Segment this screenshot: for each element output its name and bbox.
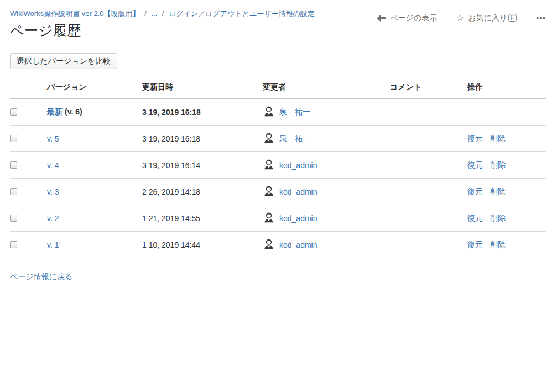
user-link[interactable]: 泉 祐一 bbox=[279, 107, 310, 117]
version-row: 最新(v. 6) 3 19, 2019 16:18 泉 祐一 bbox=[10, 99, 546, 126]
user-link[interactable]: kod_admin bbox=[279, 214, 317, 223]
version-row: v. 1 1 10, 2019 14:44 kod_admin 復元削除 bbox=[10, 232, 546, 258]
changed-by-cell: kod_admin bbox=[263, 205, 390, 232]
updated-at-cell: 2 26, 2019 14:18 bbox=[142, 179, 263, 205]
breadcrumb-separator: / bbox=[144, 9, 147, 18]
delete-link[interactable]: 削除 bbox=[490, 240, 506, 249]
version-row: v. 3 2 26, 2019 14:18 kod_admin 復元削除 bbox=[10, 179, 546, 205]
return-arrow-icon bbox=[377, 15, 386, 22]
version-link[interactable]: v. 3 bbox=[47, 187, 59, 196]
breadcrumb-space-link[interactable]: WikiWorks操作説明書 ver 2.0【改版用】 bbox=[10, 9, 140, 18]
updated-at-cell: 3 19, 2019 16:18 bbox=[142, 126, 263, 152]
version-row: v. 4 3 19, 2019 16:14 kod_admin 復元削除 bbox=[10, 152, 546, 179]
version-link[interactable]: v. 5 bbox=[47, 134, 59, 143]
page-title: ページ履歴 bbox=[10, 22, 547, 39]
version-cell: v. 3 bbox=[47, 179, 142, 205]
operations-cell: 復元削除 bbox=[467, 232, 546, 258]
delete-link[interactable]: 削除 bbox=[490, 213, 506, 222]
restore-link[interactable]: 復元 bbox=[467, 134, 483, 143]
operations-cell: 復元削除 bbox=[467, 179, 546, 205]
changed-by-cell: kod_admin bbox=[263, 152, 390, 179]
version-cell: v. 5 bbox=[47, 126, 142, 152]
favorite-label: お気に入り(F) bbox=[468, 13, 517, 23]
updated-at-cell: 1 21, 2019 14:55 bbox=[142, 205, 263, 232]
page-history-table: バージョン 更新日時 変更者 コメント 操作 最新(v. 6) 3 19, 20… bbox=[10, 79, 546, 258]
changed-by-cell: kod_admin bbox=[263, 232, 390, 258]
checkbox-cell bbox=[10, 99, 47, 126]
ellipsis-icon: ••• bbox=[536, 14, 546, 23]
version-cell: v. 1 bbox=[47, 232, 142, 258]
version-checkbox[interactable] bbox=[10, 215, 17, 222]
comment-cell bbox=[390, 126, 467, 152]
user-avatar-icon bbox=[263, 238, 275, 252]
version-link[interactable]: v. 1 bbox=[47, 241, 59, 249]
breadcrumb-parent-link[interactable]: ログイン／ログアウトとユーザー情報の設定 bbox=[169, 9, 315, 18]
breadcrumb-ellipsis-link[interactable]: ... bbox=[151, 9, 157, 18]
version-checkbox[interactable] bbox=[10, 161, 17, 169]
user-link[interactable]: kod_admin bbox=[279, 241, 317, 249]
restore-link[interactable]: 復元 bbox=[467, 187, 483, 196]
version-link[interactable]: 最新 bbox=[47, 107, 63, 116]
operations-cell: 復元削除 bbox=[467, 126, 546, 152]
delete-link[interactable]: 削除 bbox=[490, 160, 506, 169]
header-checkbox-spacer bbox=[10, 79, 47, 99]
checkbox-cell bbox=[10, 126, 47, 152]
user-avatar-icon bbox=[263, 105, 275, 119]
user-avatar-icon bbox=[263, 211, 275, 225]
updated-at-cell: 3 19, 2019 16:18 bbox=[142, 99, 263, 126]
breadcrumb-separator: / bbox=[162, 9, 164, 18]
user-avatar-icon bbox=[263, 158, 275, 172]
version-checkbox[interactable] bbox=[10, 241, 17, 248]
changed-by-cell: kod_admin bbox=[263, 179, 390, 205]
operations-cell bbox=[467, 99, 546, 126]
user-avatar-icon bbox=[263, 132, 275, 145]
comment-cell bbox=[390, 152, 467, 179]
compare-versions-button[interactable]: 選択したバージョンを比較 bbox=[10, 53, 117, 69]
checkbox-cell bbox=[10, 179, 47, 205]
delete-link[interactable]: 削除 bbox=[490, 187, 506, 196]
updated-at-cell: 3 19, 2019 16:14 bbox=[142, 152, 263, 179]
version-checkbox[interactable] bbox=[10, 188, 17, 195]
user-link[interactable]: kod_admin bbox=[279, 187, 317, 196]
operations-cell: 復元削除 bbox=[467, 152, 546, 179]
header-updated-at: 更新日時 bbox=[142, 79, 263, 99]
user-avatar-icon bbox=[263, 185, 275, 198]
version-suffix: (v. 6) bbox=[65, 107, 82, 116]
more-actions-button[interactable]: ••• bbox=[536, 14, 546, 23]
comment-cell bbox=[390, 232, 467, 258]
page-history-view: WikiWorks操作説明書 ver 2.0【改版用】 / ... / ログイン… bbox=[0, 0, 557, 282]
changed-by-cell: 泉 祐一 bbox=[263, 126, 390, 152]
user-link[interactable]: kod_admin bbox=[279, 161, 317, 170]
view-page-label: ページの表示 bbox=[390, 13, 437, 23]
favorite-button[interactable]: ☆ お気に入り(F) bbox=[456, 13, 517, 23]
version-checkbox[interactable] bbox=[10, 108, 17, 116]
version-link[interactable]: v. 4 bbox=[47, 161, 59, 170]
restore-link[interactable]: 復元 bbox=[467, 160, 483, 169]
version-checkbox[interactable] bbox=[10, 135, 17, 142]
favorite-access-key: F bbox=[510, 13, 515, 22]
star-icon: ☆ bbox=[456, 14, 464, 22]
restore-link[interactable]: 復元 bbox=[467, 213, 483, 222]
comment-cell bbox=[390, 205, 467, 232]
version-cell: v. 2 bbox=[47, 205, 142, 232]
version-cell: v. 4 bbox=[47, 152, 142, 179]
comment-cell bbox=[390, 179, 467, 205]
header-version: バージョン bbox=[47, 79, 142, 99]
header-operations: 操作 bbox=[467, 79, 546, 99]
version-row: v. 2 1 21, 2019 14:55 kod_admin 復元削除 bbox=[10, 205, 546, 232]
version-link[interactable]: v. 2 bbox=[47, 214, 59, 223]
changed-by-cell: 泉 祐一 bbox=[263, 99, 390, 126]
back-to-page-info-link[interactable]: ページ情報に戻る bbox=[10, 272, 72, 282]
checkbox-cell bbox=[10, 205, 47, 232]
restore-link[interactable]: 復元 bbox=[467, 240, 483, 249]
version-row: v. 5 3 19, 2019 16:18 泉 祐一 復元削除 bbox=[10, 126, 546, 152]
page-actions: ページの表示 ☆ お気に入り(F) ••• bbox=[377, 13, 546, 23]
delete-link[interactable]: 削除 bbox=[490, 134, 506, 143]
header-comment: コメント bbox=[390, 79, 467, 99]
updated-at-cell: 1 10, 2019 14:44 bbox=[142, 232, 263, 258]
checkbox-cell bbox=[10, 152, 47, 179]
history-table-body: 最新(v. 6) 3 19, 2019 16:18 泉 祐一 bbox=[10, 99, 546, 258]
view-page-link[interactable]: ページの表示 bbox=[377, 13, 437, 23]
user-link[interactable]: 泉 祐一 bbox=[279, 134, 310, 144]
operations-cell: 復元削除 bbox=[467, 205, 546, 232]
